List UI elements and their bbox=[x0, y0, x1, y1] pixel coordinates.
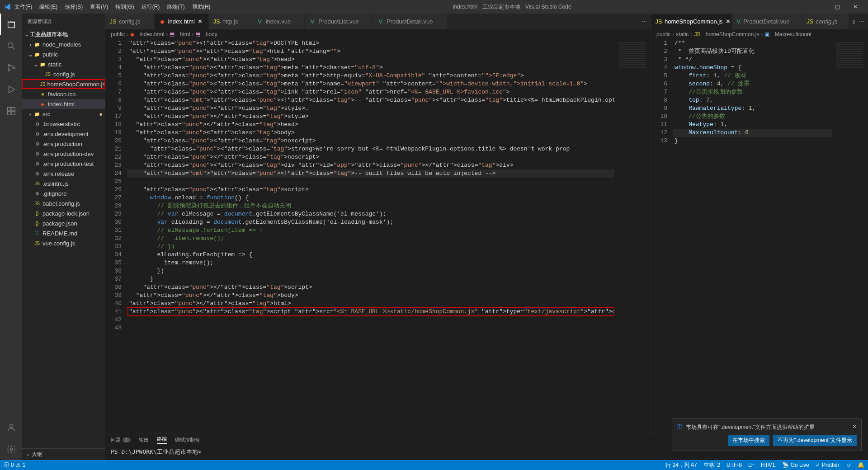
status-lang[interactable]: HTML bbox=[761, 462, 776, 468]
file-tree-item[interactable]: {}package.json bbox=[22, 218, 105, 228]
close-icon[interactable]: ✕ bbox=[198, 18, 204, 25]
file-tree-item[interactable]: JSvue.config.js bbox=[22, 238, 105, 248]
svg-point-2 bbox=[8, 70, 10, 71]
file-tree-item[interactable]: ⚙.env.release bbox=[22, 169, 105, 179]
close-icon[interactable]: ✕ bbox=[726, 18, 731, 25]
minimap-left[interactable] bbox=[614, 39, 651, 433]
explorer-sidebar: 资源管理器 ⋯ ⌄工业品超市本地 ›📁node_modules⌄📁public⌄… bbox=[22, 14, 105, 460]
file-tree-item[interactable]: JSconfig.js bbox=[22, 69, 105, 79]
svg-rect-6 bbox=[8, 112, 11, 115]
breadcrumb-right[interactable]: public› static› JS homeShopCommon.js› ▣ … bbox=[651, 29, 868, 39]
status-encoding[interactable]: UTF-8 bbox=[726, 462, 742, 468]
code-editor-right[interactable]: 12345678910111213 /** * 首页商品模块ID可配置化 * *… bbox=[651, 39, 868, 433]
tabs-left: JSconfig.js✕◆index.html✕JShttp.js✕Vindex… bbox=[105, 14, 651, 29]
menu-help[interactable]: 帮助(H) bbox=[189, 1, 214, 13]
editor-tab[interactable]: JShomeShopCommon.js✕ bbox=[651, 14, 732, 29]
tabs-right: JShomeShopCommon.js✕VProductDetail.vue✕J… bbox=[651, 14, 868, 29]
status-errors[interactable]: ⓧ 0 ⚠ 1 bbox=[4, 461, 25, 469]
file-tree-item[interactable]: JS.eslintrc.js bbox=[22, 179, 105, 188]
status-golive[interactable]: 📡 Go Live bbox=[782, 462, 809, 468]
split-editor-icon[interactable]: ⫿ bbox=[853, 19, 855, 25]
editor-group-right: JShomeShopCommon.js✕VProductDetail.vue✕J… bbox=[651, 14, 868, 433]
menu-run[interactable]: 运行(R) bbox=[138, 1, 164, 13]
editor-tab[interactable]: VProductDetail.vue✕ bbox=[732, 14, 802, 29]
sidebar-root[interactable]: ⌄工业品超市本地 bbox=[22, 29, 105, 39]
file-tree-item[interactable]: {}package-lock.json bbox=[22, 208, 105, 218]
menu-view[interactable]: 查看(V) bbox=[86, 1, 112, 13]
editor-tab[interactable]: JShttp.js✕ bbox=[209, 14, 252, 29]
extensions-icon[interactable] bbox=[0, 100, 22, 122]
status-feedback-icon[interactable]: ☺ bbox=[846, 462, 851, 468]
activity-bar bbox=[0, 14, 22, 460]
notif-dismiss-button[interactable]: 不再为".development"文件显示 bbox=[773, 435, 857, 446]
accounts-icon[interactable] bbox=[0, 417, 22, 438]
status-spaces[interactable]: 空格: 2 bbox=[703, 461, 720, 469]
file-tree-item[interactable]: ›📁node_modules bbox=[22, 39, 105, 49]
editor-tab[interactable]: Vindex.vue✕ bbox=[252, 14, 305, 29]
editor-group-left: JSconfig.js✕◆index.html✕JShttp.js✕Vindex… bbox=[105, 14, 651, 433]
editor-tab[interactable]: JSconfig.js✕ bbox=[802, 14, 849, 29]
status-bar: ⓧ 0 ⚠ 1 行 24，列 47 空格: 2 UTF-8 LF HTML 📡 … bbox=[0, 460, 868, 470]
panel-tab-debug[interactable]: 调试控制台 bbox=[175, 437, 200, 443]
code-editor-left[interactable]: 1234567891718192021222324252627282930313… bbox=[105, 39, 651, 433]
more-tabs-icon[interactable]: ⋯ bbox=[642, 19, 647, 25]
file-tree-item[interactable]: ⌄📁public bbox=[22, 49, 105, 59]
file-tree-item[interactable]: ⚙.env.development bbox=[22, 129, 105, 139]
file-tree-item[interactable]: ⚙.env.production-test bbox=[22, 159, 105, 169]
info-icon: ⓘ bbox=[677, 423, 682, 431]
sidebar-outline[interactable]: ›大纲 bbox=[22, 448, 105, 460]
file-tree-item[interactable]: JSbabel.config.js bbox=[22, 198, 105, 208]
file-tree-item[interactable]: ⌄📁static bbox=[22, 59, 105, 69]
source-control-icon[interactable] bbox=[0, 57, 22, 79]
file-tree-item[interactable]: ⚙.env.production-dev bbox=[22, 149, 105, 159]
file-tree-item[interactable]: JShomeShopCommon.js bbox=[22, 79, 105, 89]
status-prettier[interactable]: ✓ Prettier bbox=[816, 462, 840, 468]
maximize-button[interactable]: ▢ bbox=[828, 0, 846, 14]
svg-point-8 bbox=[9, 424, 13, 428]
search-icon[interactable] bbox=[0, 35, 22, 57]
breadcrumb-left[interactable]: public› ◆ index.html› ⬒ html› ⬒ body bbox=[105, 29, 651, 39]
editor-tab[interactable]: VProductDetail.vue✕ bbox=[373, 14, 447, 29]
menu-file[interactable]: 文件(F) bbox=[11, 1, 36, 13]
sidebar-more-icon[interactable]: ⋯ bbox=[95, 19, 100, 24]
panel-tab-problems[interactable]: 问题1 bbox=[111, 437, 131, 443]
svg-point-9 bbox=[10, 448, 13, 451]
settings-gear-icon[interactable] bbox=[0, 438, 22, 460]
minimap-right[interactable] bbox=[832, 39, 868, 433]
svg-point-1 bbox=[8, 65, 10, 66]
menu-edit[interactable]: 编辑(E) bbox=[36, 1, 61, 13]
notif-search-button[interactable]: 在市场中搜索 bbox=[728, 435, 769, 446]
panel-tab-output[interactable]: 输出 bbox=[139, 437, 149, 443]
file-tree-item[interactable]: ⚙.browserslistrc bbox=[22, 119, 105, 129]
title-bar: 文件(F) 编辑(E) 选择(S) 查看(V) 转到(G) 运行(R) 终端(T… bbox=[0, 0, 868, 14]
menu-goto[interactable]: 转到(G) bbox=[112, 1, 137, 13]
window-title: index.html - 工业品超市本地 - Visual Studio Cod… bbox=[214, 3, 810, 11]
vscode-logo-icon bbox=[4, 3, 11, 10]
file-tree-item[interactable]: ◆index.html bbox=[22, 99, 105, 109]
file-tree-item[interactable]: ★favicon.ico bbox=[22, 89, 105, 99]
menu-terminal[interactable]: 终端(T) bbox=[163, 1, 188, 13]
notification-toast: ⓘ 市场具有可在".development"文件方面提供帮助的扩展 ✕ 在市场中… bbox=[672, 418, 862, 451]
svg-rect-5 bbox=[12, 108, 15, 111]
svg-rect-7 bbox=[12, 112, 15, 115]
editor-tab[interactable]: VProductList.vue✕ bbox=[305, 14, 373, 29]
notification-text: 市场具有可在".development"文件方面提供帮助的扩展 bbox=[686, 423, 815, 431]
explorer-icon[interactable] bbox=[0, 14, 22, 35]
file-tree-item[interactable]: ⓘREADME.md bbox=[22, 228, 105, 238]
editor-tab[interactable]: ◆index.html✕ bbox=[155, 14, 209, 29]
svg-rect-4 bbox=[8, 108, 11, 111]
close-button[interactable]: ✕ bbox=[846, 0, 864, 14]
menu-select[interactable]: 选择(S) bbox=[61, 1, 86, 13]
more-icon[interactable]: ⋯ bbox=[859, 19, 864, 25]
file-tree-item[interactable]: ›📁src● bbox=[22, 109, 105, 119]
editor-tab[interactable]: JSconfig.js✕ bbox=[105, 14, 155, 29]
minimize-button[interactable]: ─ bbox=[810, 0, 828, 14]
status-lncol[interactable]: 行 24，列 47 bbox=[665, 461, 697, 469]
status-bell-icon[interactable]: 🔔 bbox=[858, 462, 864, 468]
status-eol[interactable]: LF bbox=[748, 462, 755, 468]
notification-close-icon[interactable]: ✕ bbox=[852, 423, 857, 430]
file-tree-item[interactable]: ⚙.gitignore bbox=[22, 188, 105, 198]
run-debug-icon[interactable] bbox=[0, 79, 22, 100]
panel-tab-terminal[interactable]: 终端 bbox=[157, 436, 167, 444]
file-tree-item[interactable]: ⚙.env.production bbox=[22, 139, 105, 149]
